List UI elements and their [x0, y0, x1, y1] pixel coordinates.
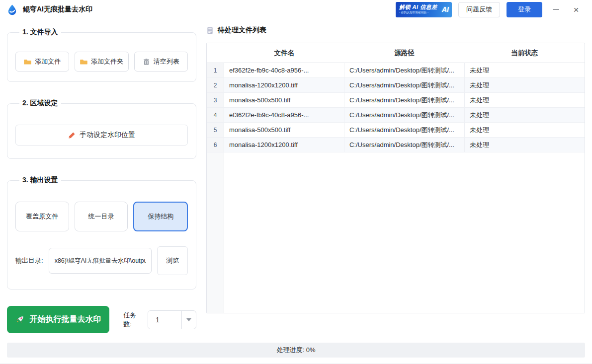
app-title: 鲲穹AI无痕批量去水印 — [23, 5, 92, 14]
section-region-setting: 2. 区域设定 手动设定水印位置 — [7, 99, 196, 159]
row-number-header — [207, 43, 224, 63]
mode-overwrite-button[interactable]: 覆盖原文件 — [15, 202, 69, 231]
minimize-button[interactable] — [549, 2, 563, 16]
cell-status: 未处理 — [465, 108, 585, 122]
chevron-down-icon — [186, 318, 191, 321]
mode-unified-dir-button[interactable]: 统一目录 — [75, 202, 128, 231]
progress-statusbar: 处理进度: 0% — [7, 343, 585, 358]
folder-icon — [24, 58, 31, 66]
browse-button[interactable]: 浏览 — [157, 246, 188, 275]
add-folder-button[interactable]: 添加文件夹 — [75, 52, 128, 72]
cell-path: C:/Users/admin/Desktop/图转测试/... — [344, 63, 465, 77]
banner-subline: - 你的认知即将被刷新 - — [399, 11, 429, 14]
section-output-settings: 3. 输出设置 覆盖原文件 统一目录 保持结构 输出目录: 浏览 — [7, 176, 196, 290]
tasks-dropdown-button[interactable] — [181, 311, 196, 329]
cell-filename: monalisa-500x500.tiff — [224, 123, 344, 137]
table-row[interactable]: 2 monalisa-1200x1200.tiff C:/Users/admin… — [207, 78, 585, 93]
section-region-title: 2. 区域设定 — [19, 99, 61, 108]
clear-list-button[interactable]: 清空列表 — [134, 52, 188, 72]
set-watermark-position-label: 手动设定水印位置 — [80, 131, 135, 140]
cell-filename: monalisa-1200x1200.tiff — [224, 138, 344, 152]
row-number-gutter — [207, 152, 224, 313]
promo-banner-text: 解锁 AI 信息差 - 你的认知即将被刷新 - — [399, 4, 441, 15]
run-controls: 开始执行批量去水印 任务数: — [7, 306, 196, 333]
trash-icon — [143, 58, 150, 66]
file-list-panel: 待处理文件列表 文件名 源路径 当前状态 1 ef362f2e-fb9c-40c… — [206, 24, 585, 313]
file-table-header: 文件名 源路径 当前状态 — [207, 43, 585, 63]
cell-filename: monalisa-1200x1200.tiff — [224, 78, 344, 92]
minimize-icon — [553, 9, 559, 10]
cell-path: C:/Users/admin/Desktop/图转测试/... — [344, 123, 465, 137]
start-batch-button[interactable]: 开始执行批量去水印 — [7, 306, 109, 333]
set-watermark-position-button[interactable]: 手动设定水印位置 — [15, 125, 188, 146]
rocket-icon — [15, 315, 25, 324]
add-folder-label: 添加文件夹 — [91, 57, 123, 66]
progress-text: 处理进度: 0% — [276, 346, 315, 355]
titlebar-actions: 解锁 AI 信息差 - 你的认知即将被刷新 - AI 问题反馈 登录 × — [396, 2, 583, 17]
row-number: 5 — [207, 123, 224, 137]
table-row[interactable]: 4 ef362f2e-fb9c-40c8-a956-... C:/Users/a… — [207, 108, 585, 123]
tasks-count-combobox[interactable] — [148, 310, 196, 329]
file-table: 文件名 源路径 当前状态 1 ef362f2e-fb9c-40c8-a956-.… — [206, 43, 585, 313]
cell-filename: ef362f2e-fb9c-40c8-a956-... — [224, 63, 344, 77]
clear-list-label: 清空列表 — [154, 57, 179, 66]
cell-status: 未处理 — [465, 78, 585, 92]
section-output-title: 3. 输出设置 — [19, 176, 61, 185]
row-number: 6 — [207, 138, 224, 152]
pencil-icon — [68, 132, 76, 139]
app-logo-icon — [6, 3, 18, 16]
section-file-import: 1. 文件导入 添加文件 添加文件夹 — [7, 28, 196, 82]
row-number: 4 — [207, 108, 224, 122]
output-dir-input[interactable] — [49, 248, 152, 274]
tasks-count-label: 任务数: — [123, 311, 143, 329]
cell-path: C:/Users/admin/Desktop/图转测试/... — [344, 78, 465, 92]
cell-path: C:/Users/admin/Desktop/图转测试/... — [344, 108, 465, 122]
cell-status: 未处理 — [465, 63, 585, 77]
add-file-label: 添加文件 — [35, 57, 61, 66]
cell-filename: monalisa-500x500.tiff — [224, 93, 344, 107]
file-list-title: 待处理文件列表 — [218, 26, 266, 35]
feedback-button[interactable]: 问题反馈 — [458, 2, 500, 17]
mode-keep-structure-button[interactable]: 保持结构 — [133, 202, 188, 231]
file-list-header: 待处理文件列表 — [206, 26, 585, 35]
main-content: 1. 文件导入 添加文件 添加文件夹 — [0, 19, 592, 333]
table-row[interactable]: 3 monalisa-500x500.tiff C:/Users/admin/D… — [207, 93, 585, 108]
table-row[interactable]: 6 monalisa-1200x1200.tiff C:/Users/admin… — [207, 138, 585, 152]
document-list-icon — [206, 27, 214, 34]
cell-filename: ef362f2e-fb9c-40c8-a956-... — [224, 108, 344, 122]
output-dir-label: 输出目录: — [15, 256, 43, 265]
cell-path: C:/Users/admin/Desktop/图转测试/... — [344, 93, 465, 107]
titlebar: 鲲穹AI无痕批量去水印 解锁 AI 信息差 - 你的认知即将被刷新 - AI 问… — [0, 0, 592, 19]
cell-status: 未处理 — [465, 138, 585, 152]
col-header-filename[interactable]: 文件名 — [224, 49, 344, 58]
folder-plus-icon — [80, 58, 87, 66]
login-button[interactable]: 登录 — [507, 2, 542, 17]
table-empty-body — [224, 152, 585, 313]
start-batch-label: 开始执行批量去水印 — [30, 314, 101, 325]
add-file-button[interactable]: 添加文件 — [15, 52, 69, 72]
file-table-body: 1 ef362f2e-fb9c-40c8-a956-... C:/Users/a… — [207, 63, 585, 152]
settings-panel: 1. 文件导入 添加文件 添加文件夹 — [7, 24, 196, 333]
row-number: 2 — [207, 78, 224, 92]
banner-ai-badge: AI — [441, 5, 449, 13]
cell-status: 未处理 — [465, 93, 585, 107]
promo-banner[interactable]: 解锁 AI 信息差 - 你的认知即将被刷新 - AI — [396, 2, 452, 17]
close-button[interactable]: × — [569, 2, 583, 16]
close-icon: × — [573, 5, 579, 14]
col-header-status[interactable]: 当前状态 — [464, 49, 585, 58]
table-row[interactable]: 5 monalisa-500x500.tiff C:/Users/admin/D… — [207, 123, 585, 138]
col-header-source-path[interactable]: 源路径 — [344, 49, 465, 58]
cell-path: C:/Users/admin/Desktop/图转测试/... — [344, 138, 465, 152]
table-row[interactable]: 1 ef362f2e-fb9c-40c8-a956-... C:/Users/a… — [207, 63, 585, 78]
table-empty-area — [207, 152, 585, 313]
row-number: 1 — [207, 63, 224, 77]
cell-status: 未处理 — [465, 123, 585, 137]
banner-headline: 解锁 AI 信息差 — [399, 4, 441, 10]
row-number: 3 — [207, 93, 224, 107]
tasks-count-input[interactable] — [148, 311, 181, 329]
section-file-import-title: 1. 文件导入 — [19, 28, 61, 37]
